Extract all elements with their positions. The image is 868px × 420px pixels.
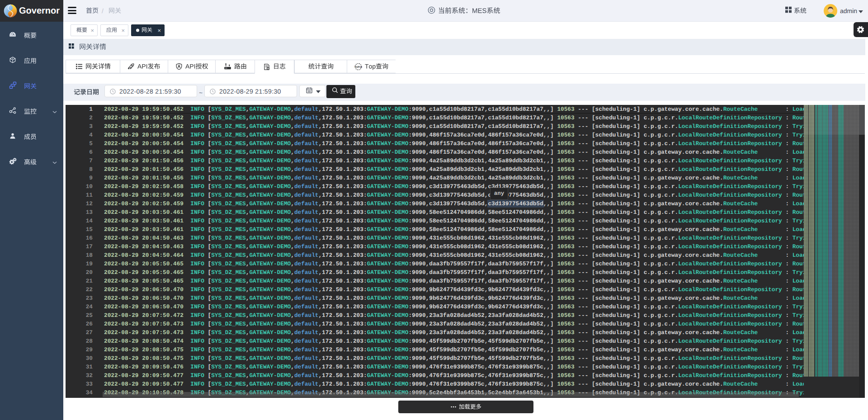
svg-text:TOP10: TOP10 (354, 66, 362, 69)
